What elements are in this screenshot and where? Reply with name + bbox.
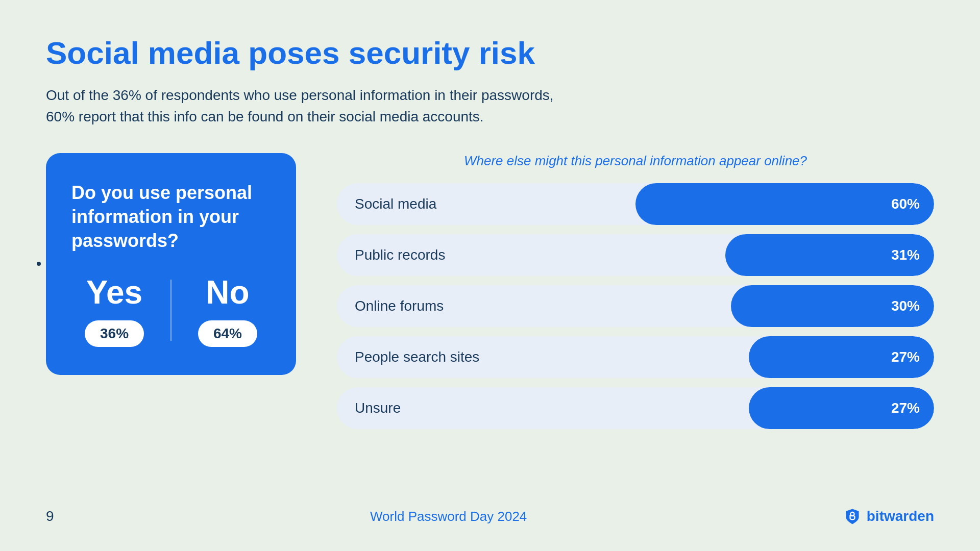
bar-fill: 27% [749, 387, 934, 429]
yes-no-card: Do you use personal information in your … [46, 153, 296, 374]
bar-pct: 27% [891, 349, 920, 365]
subtitle: Out of the 36% of respondents who use pe… [46, 85, 934, 128]
card-question: Do you use personal information in your … [71, 181, 271, 253]
bar-fill: 30% [731, 285, 934, 327]
bar-row: Social media60% [337, 183, 934, 225]
no-label: No [206, 273, 249, 311]
bar-pct: 60% [891, 196, 920, 212]
bar-label: Public records [337, 247, 445, 263]
bar-fill: 31% [725, 234, 935, 276]
bar-row: Online forums30% [337, 285, 934, 327]
bar-label: Social media [337, 196, 436, 212]
chart-area: Where else might this personal informati… [337, 153, 934, 429]
bar-rows: Social media60%Public records31%Online f… [337, 183, 934, 429]
yes-label: Yes [86, 273, 142, 311]
main-title: Social media poses security risk [46, 36, 934, 70]
divider [170, 280, 172, 341]
bar-pct: 27% [891, 400, 920, 416]
bar-row: People search sites27% [337, 336, 934, 378]
chart-question: Where else might this personal informati… [337, 153, 934, 169]
bar-label: Online forums [337, 298, 444, 314]
bitwarden-icon [843, 507, 862, 525]
bar-pct: 31% [891, 247, 920, 263]
bar-fill: 60% [635, 183, 934, 225]
bar-label: Unsure [337, 400, 401, 416]
bitwarden-text: bitwarden [867, 508, 934, 524]
no-pct-badge: 64% [198, 320, 257, 347]
bar-fill: 27% [749, 336, 934, 378]
bar-row: Public records31% [337, 234, 934, 276]
yes-no-row: Yes 36% No 64% [71, 273, 271, 347]
dot-decoration [37, 262, 41, 266]
footer-title: World Password Day 2024 [370, 509, 527, 524]
bar-label: People search sites [337, 349, 479, 365]
bar-pct: 30% [891, 298, 920, 314]
footer-logo: bitwarden [843, 507, 934, 525]
yes-pct-badge: 36% [85, 320, 144, 347]
page-number: 9 [46, 508, 54, 524]
subtitle-line2: 60% report that this info can be found o… [46, 109, 484, 124]
no-column: No 64% [198, 273, 257, 347]
subtitle-line1: Out of the 36% of respondents who use pe… [46, 87, 554, 103]
content-row: Do you use personal information in your … [46, 153, 934, 492]
yes-column: Yes 36% [85, 273, 144, 347]
footer: 9 World Password Day 2024 bitwarden [46, 492, 934, 525]
bar-row: Unsure27% [337, 387, 934, 429]
slide: Social media poses security risk Out of … [0, 0, 980, 551]
